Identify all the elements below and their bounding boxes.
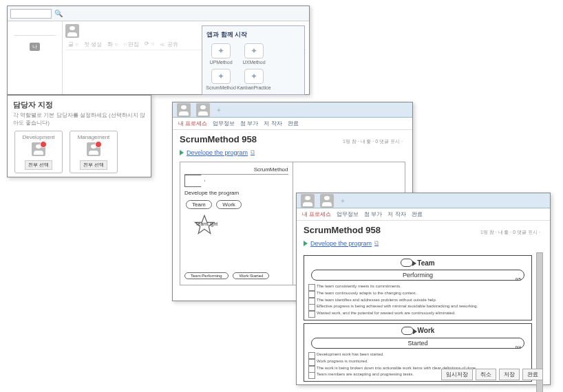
add-icon[interactable]: ＋ xyxy=(339,196,346,206)
tab-bar: 내 프로세스 업무정보 첨 부가 저 작자 완료 xyxy=(297,208,550,221)
assign-dialog: 담당자 지정 각 역할별로 기본 담당자를 설정하세요 (선택하시지 않아도 좋… xyxy=(7,95,151,177)
checklist-item[interactable]: Development work has been started. xyxy=(307,351,529,358)
user-icon[interactable] xyxy=(177,103,191,117)
checklist-item[interactable]: The team continuously adapts to the chan… xyxy=(307,290,529,297)
tab-author[interactable]: 저 작자 xyxy=(387,210,405,218)
app-label: ScrumMethod xyxy=(206,85,236,90)
app-label: UXMethod xyxy=(242,60,265,65)
star-icon: ✦ xyxy=(217,46,224,56)
address-bar: 🔍 xyxy=(8,6,309,21)
checklist-item[interactable]: The team identifies and addresses proble… xyxy=(307,297,529,304)
alert-badge-icon xyxy=(95,141,102,148)
app-icon: ✦ xyxy=(244,43,264,58)
star-label: TeamLight xyxy=(195,221,217,226)
alpha-card-team: Team Performing0/5 The team consistently… xyxy=(304,255,532,320)
cancel-button[interactable]: 취소 xyxy=(476,369,496,380)
checklist-item[interactable]: Effective progress is being achieved wit… xyxy=(307,303,529,310)
alpha-icon xyxy=(401,327,414,335)
user-icon[interactable] xyxy=(320,194,334,208)
window-header: ＋ xyxy=(297,193,550,208)
user-icon[interactable] xyxy=(196,103,210,117)
browser-window: 🔍 나 글 ○ 첫 생성 화 ○ ○ 편집 ⟳ ○ ≪ 공유 앱과 함께 시작 … xyxy=(7,6,310,95)
dialog-title: 담당자 지정 xyxy=(8,96,151,111)
tab-author[interactable]: 저 작자 xyxy=(264,120,282,127)
button-row: 임시저장 취소 저장 완료 xyxy=(441,369,543,380)
user-icon[interactable] xyxy=(301,194,315,208)
tempsave-button[interactable]: 임시저장 xyxy=(441,369,473,380)
tab-bar: 내 프로세스 업무정보 첨 부가 저 작자 완료 xyxy=(173,118,412,130)
state-pill[interactable]: Performing0/5 xyxy=(311,270,524,281)
diagram-left: ScrumMethod Develope the program Team Wo… xyxy=(180,162,293,285)
toolbar-item[interactable]: 글 ○ xyxy=(68,41,78,48)
left-sidebar: 나 xyxy=(8,21,63,94)
select-all-button[interactable]: 전부 선택 xyxy=(80,160,107,170)
state-chip[interactable]: Work:Started xyxy=(233,272,269,279)
app-icon: ✦ xyxy=(244,69,264,84)
app-icon: ✦ xyxy=(211,69,231,84)
alpha-icon xyxy=(401,259,413,267)
activity-link[interactable]: Develope the program ⧉ xyxy=(173,149,412,159)
meta-text: 1명 참 · 내 좋 · 0 댓글 표시 · xyxy=(343,138,403,145)
app-label: KanbanPractice xyxy=(237,85,270,90)
user-tag[interactable]: 나 xyxy=(30,43,40,51)
tab-attach[interactable]: 첨 부가 xyxy=(240,120,258,127)
alpha-chip[interactable]: Team xyxy=(186,200,212,209)
checklist-item[interactable]: The team consistently meets its commitme… xyxy=(307,283,529,290)
toolbar-item[interactable]: ≪ 공유 xyxy=(160,41,178,48)
activity-link-label: Develope the program xyxy=(310,240,372,247)
select-all-button[interactable]: 전부 선택 xyxy=(25,160,52,170)
toolbar-item[interactable]: 화 ○ xyxy=(107,41,118,48)
apps-panel: 앱과 함께 시작 ✦UPMethod ✦UXMethod ✦ScrumMetho… xyxy=(202,25,305,95)
state-pill[interactable]: Started0/4 xyxy=(311,338,524,349)
role-label: Management xyxy=(78,134,110,140)
toolbar-item[interactable]: ○ 편집 xyxy=(123,41,139,48)
url-input[interactable] xyxy=(10,9,52,19)
role-card[interactable]: Management 전부 선택 xyxy=(70,131,118,173)
add-icon[interactable]: ＋ xyxy=(215,105,222,115)
tab-done[interactable]: 완료 xyxy=(288,120,299,127)
apps-title: 앱과 함께 시작 xyxy=(206,30,300,39)
sidebar-line xyxy=(14,35,56,36)
checklist-item[interactable]: Wasted work, and the potential for waste… xyxy=(307,310,529,317)
competency-star-icon: TeamLight xyxy=(194,215,215,235)
user-icon[interactable] xyxy=(65,24,79,38)
app-icon: ✦ xyxy=(211,43,231,58)
card-window: ＋ 내 프로세스 업무정보 첨 부가 저 작자 완료 ScrumMethod 9… xyxy=(296,193,551,385)
app-item[interactable]: ✦ScrumMethod xyxy=(206,69,235,90)
alert-badge-icon xyxy=(40,141,47,148)
state-name: Started xyxy=(407,340,427,347)
window-header: ＋ xyxy=(173,102,412,118)
complete-button[interactable]: 완료 xyxy=(522,369,543,380)
toolbar-item[interactable]: 첫 생성 xyxy=(84,41,102,48)
alpha-name: Team xyxy=(417,259,434,267)
state-chip[interactable]: Team:Performing xyxy=(184,272,229,279)
app-item[interactable]: ✦KanbanPractice xyxy=(240,69,268,90)
state-fraction: 0/4 xyxy=(516,345,521,349)
popout-icon[interactable]: ⧉ xyxy=(374,239,379,247)
popout-icon[interactable]: ⧉ xyxy=(251,149,255,156)
save-button[interactable]: 저장 xyxy=(499,369,520,380)
star-icon: ✦ xyxy=(251,46,257,56)
tab-workinfo[interactable]: 업무정보 xyxy=(213,120,235,127)
play-icon xyxy=(180,150,184,155)
search-icon[interactable]: 🔍 xyxy=(54,10,63,17)
tab-process[interactable]: 내 프로세스 xyxy=(302,210,331,218)
activity-label: Develope the program xyxy=(184,190,288,196)
alpha-name: Work xyxy=(418,327,435,334)
state-fraction: 0/5 xyxy=(516,277,521,281)
star-icon: ✦ xyxy=(217,72,224,81)
toolbar-item[interactable]: ⟳ ○ xyxy=(145,41,154,48)
meta-text: 1명 참 · 내 좋 · 0 댓글 표시 · xyxy=(480,229,540,236)
checklist-item[interactable]: Work progress is monitored. xyxy=(307,358,529,365)
alpha-chip[interactable]: Work xyxy=(216,200,242,209)
tab-workinfo[interactable]: 업무정보 xyxy=(337,210,359,218)
app-item[interactable]: ✦UXMethod xyxy=(240,43,268,65)
tab-done[interactable]: 완료 xyxy=(412,210,423,218)
tab-process[interactable]: 내 프로세스 xyxy=(178,120,207,127)
role-card[interactable]: Development 전부 선택 xyxy=(14,131,63,173)
tab-attach[interactable]: 첨 부가 xyxy=(364,210,382,218)
activity-link[interactable]: Develope the program ⧉ xyxy=(297,239,550,250)
role-label: Development xyxy=(22,134,54,140)
app-item[interactable]: ✦UPMethod xyxy=(206,43,235,65)
play-icon xyxy=(304,241,308,246)
